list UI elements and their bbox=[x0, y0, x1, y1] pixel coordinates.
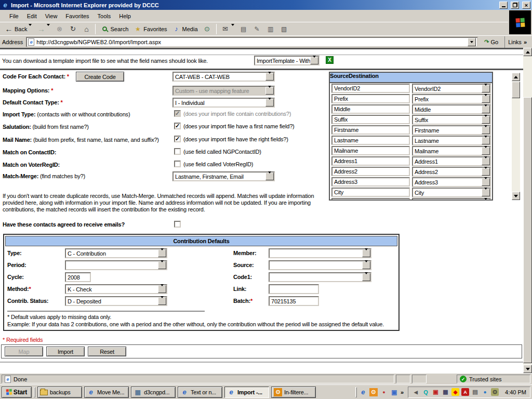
task-button-import[interactable]: eImport -... bbox=[224, 387, 269, 398]
destination-select-dropdown-button[interactable] bbox=[482, 168, 490, 176]
create-code-button[interactable]: Create Code bbox=[76, 72, 124, 82]
task-button-in-filtere[interactable]: ⊙In-filtere... bbox=[271, 387, 316, 398]
email-agree-checkbox[interactable] bbox=[174, 221, 181, 228]
cd-select-dropdown-button[interactable] bbox=[158, 261, 166, 269]
page-scrollbar[interactable] bbox=[523, 48, 532, 373]
cd-select-dropdown-button[interactable] bbox=[158, 249, 166, 257]
destination-select-dropdown-button[interactable] bbox=[482, 199, 490, 200]
refresh-button[interactable]: ↻ bbox=[66, 23, 79, 35]
task-button-move-me[interactable]: eMove Me... bbox=[84, 387, 129, 398]
volume-icon[interactable]: ◀ bbox=[412, 388, 420, 396]
history-button[interactable]: ⊙ bbox=[201, 23, 214, 35]
destination-select[interactable]: Firstname bbox=[412, 125, 491, 135]
destination-select[interactable]: Address2 bbox=[412, 167, 491, 177]
discuss-button[interactable]: ▥ bbox=[264, 23, 277, 35]
default-contact-type-select-dropdown-button[interactable] bbox=[265, 99, 274, 107]
quicktime-icon[interactable]: Q bbox=[422, 388, 430, 396]
default-contact-type-select[interactable]: I - Individual bbox=[172, 98, 275, 108]
messenger-icon[interactable]: ● bbox=[380, 388, 388, 396]
salutation-checkbox[interactable] bbox=[174, 123, 181, 129]
destination-select-dropdown-button[interactable] bbox=[482, 137, 490, 144]
security-icon[interactable]: ▣ bbox=[432, 388, 440, 396]
search-button[interactable]: Search bbox=[98, 23, 131, 35]
task-button-backups[interactable]: backups bbox=[37, 387, 82, 398]
restore-button[interactable] bbox=[511, 2, 519, 9]
mail-button[interactable]: ✉ bbox=[219, 23, 237, 35]
address-url[interactable]: http://d3cngpwb/NGPWEB2.0/Import/Import.… bbox=[36, 39, 466, 45]
favorites-button[interactable]: ★Favorites bbox=[131, 23, 169, 35]
excel-download-icon[interactable]: X bbox=[326, 56, 334, 64]
destination-select[interactable]: City bbox=[412, 188, 491, 197]
close-button[interactable]: × bbox=[522, 2, 530, 9]
cd-select[interactable] bbox=[65, 260, 167, 270]
cd-select-dropdown-button[interactable] bbox=[158, 285, 166, 293]
match-merge-select[interactable]: Lastname, Firstname, Email bbox=[172, 171, 275, 181]
scroll-up-button[interactable] bbox=[523, 48, 532, 56]
destination-select[interactable]: Prefix bbox=[412, 94, 491, 104]
destination-select-dropdown-button[interactable] bbox=[482, 189, 490, 196]
source-field-input[interactable] bbox=[331, 188, 410, 197]
cd-input[interactable] bbox=[269, 296, 319, 306]
task-button-text-or-n[interactable]: eText or n... bbox=[178, 387, 222, 398]
destination-select[interactable]: Address3 bbox=[412, 177, 491, 187]
menu-help[interactable]: Help bbox=[115, 11, 135, 21]
cd-select[interactable] bbox=[269, 272, 371, 282]
destination-select-dropdown-button[interactable] bbox=[482, 178, 490, 186]
menu-favorites[interactable]: Favorites bbox=[61, 11, 93, 21]
source-field-input[interactable] bbox=[331, 167, 410, 176]
cd-select-dropdown-button[interactable] bbox=[362, 261, 370, 269]
globe-icon[interactable]: ● bbox=[481, 388, 489, 396]
menu-file[interactable]: File bbox=[5, 11, 23, 21]
menu-tools[interactable]: Tools bbox=[94, 11, 115, 21]
cd-select[interactable]: K - Check bbox=[65, 284, 167, 294]
media-button[interactable]: ♪Media bbox=[170, 23, 201, 35]
mapping-scrollbar[interactable] bbox=[512, 73, 520, 200]
cd-select[interactable] bbox=[269, 260, 371, 270]
match-contactid-checkbox[interactable] bbox=[174, 148, 181, 155]
source-field-input[interactable] bbox=[331, 104, 410, 114]
scroll-thumb[interactable] bbox=[512, 82, 520, 98]
home-button[interactable]: ⌂ bbox=[79, 23, 93, 35]
cd-select-dropdown-button[interactable] bbox=[362, 249, 370, 257]
destination-select[interactable]: Lastname bbox=[412, 136, 491, 145]
source-field-input[interactable] bbox=[331, 94, 410, 103]
print-button[interactable]: ▤ bbox=[237, 23, 250, 35]
links-button[interactable]: Links » bbox=[504, 36, 530, 48]
menu-edit[interactable]: Edit bbox=[23, 11, 41, 21]
import-button[interactable]: Import bbox=[46, 347, 85, 356]
forward-arrow-button[interactable]: → bbox=[34, 23, 52, 35]
code-select[interactable]: CAT-WEB - CAT-WEB bbox=[172, 72, 275, 82]
address-field[interactable]: e http://d3cngpwb/NGPWEB2.0/Import/Impor… bbox=[26, 37, 478, 47]
scroll-up-button[interactable] bbox=[512, 73, 520, 81]
minimize-button[interactable] bbox=[499, 2, 508, 9]
destination-select[interactable]: VendorID2 bbox=[412, 84, 491, 94]
code-select-dropdown-button[interactable] bbox=[265, 73, 274, 81]
destination-select-dropdown-button[interactable] bbox=[482, 147, 490, 155]
network-icon[interactable]: ▦ bbox=[442, 388, 449, 396]
source-field-input[interactable] bbox=[331, 198, 410, 200]
printer-icon[interactable]: ▤ bbox=[471, 388, 479, 396]
source-field-input[interactable] bbox=[331, 136, 410, 145]
destination-select-dropdown-button[interactable] bbox=[482, 95, 490, 103]
cd-select[interactable]: C - Contribution bbox=[65, 248, 167, 258]
destination-select-dropdown-button[interactable] bbox=[482, 85, 490, 92]
destination-select-dropdown-button[interactable] bbox=[482, 116, 490, 124]
destination-select[interactable]: Mailname bbox=[412, 146, 491, 156]
source-field-input[interactable] bbox=[331, 177, 410, 187]
outlook-icon[interactable]: ⊙ bbox=[369, 388, 378, 396]
source-field-input[interactable] bbox=[331, 125, 410, 135]
mail-name-checkbox[interactable] bbox=[174, 136, 181, 142]
back-button[interactable]: ←Back bbox=[2, 23, 34, 35]
source-field-input[interactable] bbox=[331, 146, 410, 155]
scroll-down-button[interactable] bbox=[512, 192, 520, 200]
template-select-dropdown-button[interactable] bbox=[310, 57, 318, 64]
destination-select[interactable]: Suffix bbox=[412, 115, 491, 125]
ie-quicklaunch-icon[interactable]: e bbox=[359, 388, 367, 396]
go-button[interactable]: ↷ Go bbox=[481, 36, 501, 48]
reset-button[interactable]: Reset bbox=[88, 347, 126, 356]
scroll-thumb[interactable] bbox=[523, 97, 532, 363]
edit-button[interactable]: ✎ bbox=[250, 23, 264, 35]
source-field-input[interactable] bbox=[331, 84, 410, 93]
cd-input[interactable] bbox=[269, 284, 319, 294]
destination-select-dropdown-button[interactable] bbox=[482, 105, 490, 113]
